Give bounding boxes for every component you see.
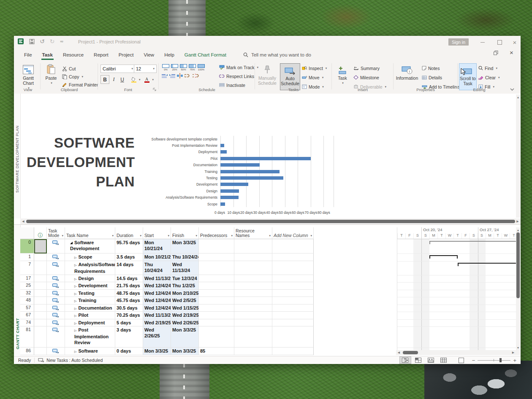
task-cell-duration[interactable]: 5 days [115, 319, 143, 327]
task-cell-mode[interactable] [47, 282, 65, 290]
task-cell-mode[interactable] [47, 348, 65, 355]
move-button[interactable]: Move▾ [302, 73, 327, 81]
task-cell-finish[interactable]: Mon 2/10/25 [171, 290, 199, 297]
task-cell-start[interactable]: Wed 11/13/24 [143, 312, 171, 319]
task-cell-res[interactable] [234, 319, 272, 327]
task-cell-name[interactable]: ▷Post Implementation Review [65, 326, 115, 348]
task-cell-duration[interactable]: 0 days [115, 348, 143, 355]
details-button[interactable]: Details [422, 73, 459, 81]
italic-button[interactable]: I [110, 75, 118, 84]
task-cell-info[interactable] [34, 297, 47, 305]
task-cell-finish[interactable]: Wed 2/5/25 [171, 297, 199, 305]
row-id-cell[interactable]: 57 [20, 305, 34, 312]
task-cell-pred[interactable] [199, 326, 234, 348]
task-cell-name[interactable]: ▷Training [65, 297, 115, 305]
scroll-down-arrow-icon[interactable]: ▼ [516, 346, 520, 349]
task-cell-res[interactable] [234, 261, 272, 275]
scrollbar-thumb[interactable] [26, 220, 515, 223]
manually-schedule-button[interactable]: Manually Schedule [256, 63, 278, 86]
row-id-cell[interactable]: 32 [20, 290, 34, 297]
header-start[interactable]: Start▾ [143, 227, 171, 239]
task-cell-pred[interactable] [199, 239, 234, 253]
task-cell-mode[interactable] [47, 261, 65, 275]
task-cell-res[interactable] [234, 275, 272, 283]
task-cell-name[interactable]: ▷Software [65, 348, 115, 355]
find-button[interactable]: Find▾ [478, 64, 500, 72]
close-document-icon[interactable]: × [510, 49, 513, 56]
task-cell-start[interactable]: Wed 12/4/24 [143, 297, 171, 305]
menu-tab-view[interactable]: View [138, 49, 159, 61]
task-cell-info[interactable] [34, 305, 47, 312]
task-cell-start[interactable]: Thu 10/24/24 [143, 261, 171, 275]
task-cell-start[interactable]: Wed 12/4/24 [143, 282, 171, 290]
task-cell-mode[interactable] [47, 239, 65, 253]
collapsed-triangle-icon[interactable]: ▷ [74, 264, 76, 267]
header-mode[interactable]: Task Mode▾ [47, 227, 65, 239]
task-cell-pred[interactable] [199, 261, 234, 275]
task-cell-pred[interactable] [199, 312, 234, 319]
filter-caret-icon[interactable]: ▾ [112, 233, 114, 238]
task-cell-name[interactable]: ▷Deployment [65, 319, 115, 327]
task-cell-finish[interactable]: Thu 10/24/24 [171, 253, 199, 261]
font-size-combo[interactable]: 12▾ [134, 65, 157, 73]
task-cell-name[interactable]: ▷Development [65, 282, 115, 290]
scroll-to-task-button[interactable]: Scroll to Task [459, 63, 477, 90]
collapsed-triangle-icon[interactable]: ▷ [74, 314, 76, 317]
row-id-cell[interactable]: 48 [20, 297, 34, 305]
zoom-in-icon[interactable]: + [513, 357, 516, 364]
zoom-out-icon[interactable]: − [472, 357, 475, 364]
row-id-cell[interactable]: 25 [20, 282, 34, 290]
paste-button[interactable]: Paste▾ [43, 63, 60, 86]
font-name-combo[interactable]: Calibri▾ [100, 65, 135, 73]
task-cell-add[interactable] [272, 253, 314, 261]
menu-tab-help[interactable]: Help [159, 49, 179, 61]
notes-button[interactable]: Notes [422, 64, 459, 72]
row-id-cell[interactable]: 0 [20, 239, 34, 253]
menu-tab-project[interactable]: Project [114, 49, 139, 61]
timeline-horizontal-scrollbar[interactable]: ◀ ▶ [396, 350, 516, 355]
top-pane-vertical-scrollbar[interactable]: ▲ [516, 94, 520, 218]
task-cell-start[interactable]: Wed 11/13/24 [143, 275, 171, 283]
filter-caret-icon[interactable]: ▾ [269, 233, 271, 238]
filter-caret-icon[interactable]: ▾ [231, 233, 233, 238]
scroll-right-arrow-icon[interactable]: ▶ [511, 350, 515, 355]
sign-in-button[interactable]: Sign in [448, 38, 469, 46]
row-id-cell[interactable]: 1 [20, 253, 34, 261]
new-tasks-status[interactable]: New Tasks : Auto Scheduled [46, 358, 103, 363]
report-view-shortcut[interactable] [456, 357, 467, 364]
task-cell-duration[interactable]: 3 days [115, 326, 143, 348]
insert-task-button[interactable]: Task▾ [335, 63, 350, 86]
maximize-button[interactable] [491, 36, 508, 49]
task-cell-start[interactable]: Wed 2/19/25 [143, 319, 171, 327]
auto-schedule-button[interactable]: Auto Schedule [280, 63, 300, 90]
underline-button[interactable]: U [118, 75, 126, 84]
collapsed-triangle-icon[interactable]: ▷ [74, 299, 76, 302]
respect-links-button[interactable]: Respect Links [219, 72, 258, 80]
task-cell-mode[interactable] [47, 290, 65, 297]
task-cell-start[interactable]: Mon 10/21/24 [143, 239, 171, 253]
timeline-vertical-scrollbar[interactable]: ▲ ▼ [516, 227, 520, 355]
task-cell-start[interactable]: Wed 12/4/24 [143, 305, 171, 312]
task-cell-pred[interactable] [199, 290, 234, 297]
cut-button[interactable]: Cut [62, 65, 98, 73]
indent-task-icon[interactable] [169, 73, 175, 78]
task-cell-info[interactable] [34, 290, 47, 297]
collapsed-triangle-icon[interactable]: ▷ [74, 350, 76, 353]
row-id-cell[interactable]: 86 [20, 348, 34, 355]
tell-me-search[interactable]: Tell me what you want to do [243, 49, 311, 61]
percent-complete-button-0[interactable]: 0% [162, 64, 170, 71]
header-res[interactable]: Resource Names▾ [234, 227, 272, 239]
task-cell-add[interactable] [272, 319, 314, 327]
save-icon[interactable] [29, 39, 35, 44]
task-cell-start[interactable]: Mon 3/3/25 [143, 348, 171, 355]
task-cell-info[interactable] [34, 348, 47, 355]
collapsed-triangle-icon[interactable]: ▷ [74, 322, 76, 325]
scroll-right-arrow-icon[interactable]: ▶ [516, 218, 520, 224]
task-cell-finish[interactable]: Wed 2/26/25 [171, 319, 199, 327]
customize-qat-icon[interactable]: ≂ [60, 39, 63, 44]
zoom-slider-thumb[interactable] [499, 358, 502, 362]
task-cell-info[interactable] [34, 282, 47, 290]
dropdown-caret-icon[interactable]: ▾ [139, 78, 141, 81]
task-cell-add[interactable] [272, 290, 314, 297]
task-cell-name[interactable]: ▷Analysis/Software Requirements [65, 261, 115, 275]
